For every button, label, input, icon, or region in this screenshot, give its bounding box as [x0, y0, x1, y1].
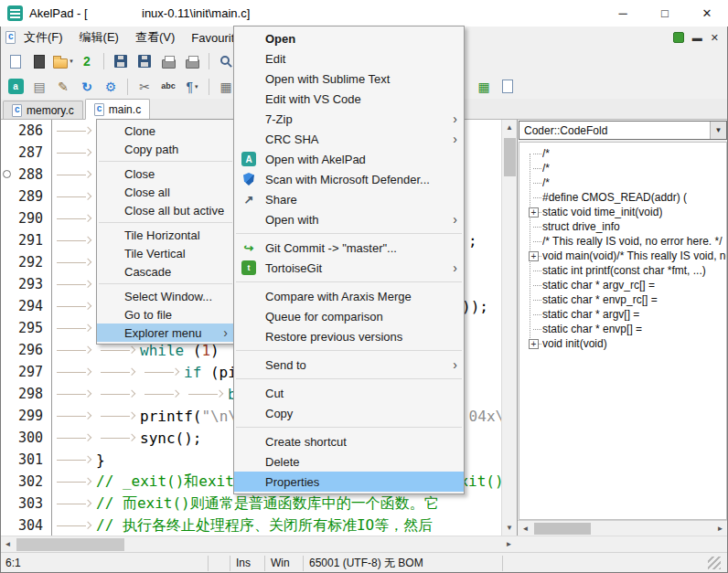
menu-item-cascade[interactable]: Cascade — [97, 262, 234, 281]
new-file-icon — [10, 55, 21, 69]
blank-page-button[interactable] — [497, 76, 519, 98]
menu-item-tile-vertical[interactable]: Tile Vertical — [97, 244, 234, 262]
menu-item-scan-with-microsoft-defender[interactable]: Scan with Microsoft Defender... — [234, 169, 464, 189]
code-line[interactable]: 303// 而exit()则通常是普通函数库中的一个函数。它 — [0, 493, 501, 515]
menu-item-crc-sha[interactable]: CRC SHA› — [234, 129, 464, 149]
vertical-scroll-thumb[interactable] — [504, 138, 516, 176]
tree-item[interactable]: static char * argv_rc[] = — [523, 278, 726, 292]
codefold-plugin-selector[interactable]: Coder::CodeFold ▼ — [519, 121, 727, 140]
spellcheck-button[interactable]: abc — [157, 76, 179, 98]
scroll-left-icon[interactable]: ◄ — [518, 525, 533, 533]
horizontal-scroll-thumb[interactable] — [16, 538, 124, 551]
scroll-left-icon[interactable]: ◄ — [0, 540, 16, 548]
show-invisibles-button[interactable]: ¶▾ — [181, 76, 203, 98]
edit-mode-button[interactable]: ✎ — [52, 76, 74, 98]
mdi-minimize-icon[interactable]: ▬ — [692, 33, 702, 43]
menu-item-clone[interactable]: Clone — [97, 122, 234, 140]
tree-item[interactable]: struct drive_info — [523, 219, 726, 234]
tree-item[interactable]: /* — [523, 175, 726, 190]
scroll-right-icon[interactable]: ► — [501, 540, 517, 548]
menu-item-edit[interactable]: Edit — [234, 48, 464, 69]
combo-dropdown-button[interactable]: ▼ — [710, 122, 726, 139]
menu-item-copy[interactable]: Copy — [234, 403, 464, 423]
reopen-file-button[interactable]: 2 — [76, 50, 98, 72]
print-button[interactable] — [157, 50, 179, 72]
code-line[interactable]: 304// 执行各终止处理程序、关闭所有标准IO等，然后 — [0, 515, 501, 536]
panel-scroll-thumb[interactable] — [534, 523, 591, 535]
new-window-button[interactable] — [28, 50, 50, 72]
line-number: 291 — [0, 229, 52, 251]
menubar-item-view[interactable]: 查看(V) — [127, 27, 183, 48]
tree-item[interactable]: +void init(void) — [523, 336, 726, 351]
menu-item-close-all[interactable]: Close all — [97, 183, 234, 201]
scroll-down-icon[interactable]: ▼ — [502, 520, 518, 536]
menu-item-7-zip[interactable]: 7-Zip› — [234, 109, 464, 129]
menu-item-open[interactable]: Open — [234, 28, 464, 48]
tab-main-c[interactable]: main.c — [85, 99, 150, 120]
keyboard-button[interactable]: ▤ — [28, 76, 50, 98]
close-button[interactable]: ✕ — [686, 0, 728, 27]
save-all-button[interactable] — [134, 50, 155, 72]
resize-grip-icon[interactable] — [708, 557, 721, 569]
encoding-indicator: 65001 (UTF-8) 无 BOM — [304, 556, 503, 571]
menu-item-open-with-sublime-text[interactable]: Open with Sublime Text — [234, 69, 464, 89]
tree-item[interactable]: +static void time_init(void) — [523, 205, 726, 219]
tab-memory-c[interactable]: memory.c — [3, 101, 83, 119]
menu-item-open-with-akelpad[interactable]: Open with AkelPad — [234, 149, 464, 169]
cut-lines-button[interactable]: ✂ — [134, 76, 155, 98]
refresh-button[interactable]: ↻ — [76, 76, 98, 98]
scroll-right-icon[interactable]: ► — [712, 525, 728, 533]
menu-item-share[interactable]: Share — [234, 189, 464, 209]
menubar-item-file[interactable]: 文件(F) — [16, 27, 71, 48]
menu-item-git-commit-master[interactable]: Git Commit -> "master"... — [234, 238, 464, 258]
menu-item-copy-path[interactable]: Copy path — [97, 140, 234, 158]
mdi-close-icon[interactable]: ✕ — [711, 33, 719, 43]
menu-item-properties[interactable]: Properties — [234, 472, 464, 492]
plugin-manager-button[interactable] — [5, 76, 27, 98]
open-file-icon — [53, 58, 68, 69]
horizontal-scroll-track[interactable] — [16, 536, 501, 552]
minimize-button[interactable]: ─ — [602, 0, 644, 27]
menu-item-label: Open with Sublime Text — [265, 72, 390, 86]
new-file-button[interactable] — [5, 50, 27, 72]
menu-item-explorer-menu[interactable]: Explorer menu› — [97, 324, 234, 342]
menu-item-tortoisegit[interactable]: TortoiseGit› — [234, 258, 464, 278]
expand-plus-icon[interactable]: + — [529, 207, 539, 218]
maximize-button[interactable]: □ — [644, 0, 686, 27]
menu-item-tile-horizontal[interactable]: Tile Horizontal — [97, 226, 234, 244]
tree-item[interactable]: /* This really IS void, no error here. *… — [523, 234, 726, 249]
save-file-button[interactable] — [110, 50, 132, 72]
scroll-up-icon[interactable]: ▲ — [502, 120, 518, 135]
tree-item[interactable]: static char * envp_rc[] = — [523, 292, 726, 307]
tree-item[interactable]: static char * envp[] = — [523, 322, 726, 336]
expand-plus-icon[interactable]: + — [529, 251, 539, 261]
menu-item-cut[interactable]: Cut — [234, 383, 464, 403]
menu-item-close[interactable]: Close — [97, 164, 234, 183]
panel-scroll-track[interactable] — [533, 521, 712, 536]
menu-item-compare-with-araxis-merge[interactable]: Compare with Araxis Merge — [234, 286, 464, 306]
snippets-button[interactable]: ▦ — [473, 76, 495, 98]
tree-item[interactable]: /* — [523, 146, 726, 161]
print-preview-button[interactable] — [181, 50, 203, 72]
open-file-button[interactable]: ▾ — [52, 50, 74, 72]
tree-item[interactable]: +void main(void)/* This really IS void, … — [523, 249, 726, 263]
tree-item[interactable]: static int printf(const char *fmt, ...) — [523, 263, 726, 278]
menu-item-close-all-but-active[interactable]: Close all but active — [97, 201, 234, 219]
menu-item-go-to-file[interactable]: Go to file — [97, 305, 234, 324]
menubar-item-edit[interactable]: 编辑(E) — [71, 27, 127, 48]
menu-item-open-with[interactable]: Open with› — [234, 209, 464, 229]
menu-item-send-to[interactable]: Send to› — [234, 355, 464, 375]
scripts-gear-button[interactable]: ⚙ — [100, 76, 122, 98]
menu-item-create-shortcut[interactable]: Create shortcut — [234, 431, 464, 451]
menu-item-select-window[interactable]: Select Window... — [97, 287, 234, 305]
tree-item[interactable]: static char * argv[] = — [523, 307, 726, 322]
code-text: sync(); — [52, 427, 201, 449]
menu-item-restore-previous-versions[interactable]: Restore previous versions — [234, 326, 464, 346]
menu-item-delete[interactable]: Delete — [234, 451, 464, 472]
menu-item-edit-with-vs-code[interactable]: Edit with VS Code — [234, 89, 464, 109]
tree-item[interactable]: #define CMOS_READ(addr) ( — [523, 190, 726, 205]
tree-item[interactable]: /* — [523, 161, 726, 175]
mdi-document-icon[interactable] — [673, 32, 684, 43]
menu-item-queue-for-comparison[interactable]: Queue for comparison — [234, 306, 464, 326]
expand-plus-icon[interactable]: + — [529, 339, 539, 349]
